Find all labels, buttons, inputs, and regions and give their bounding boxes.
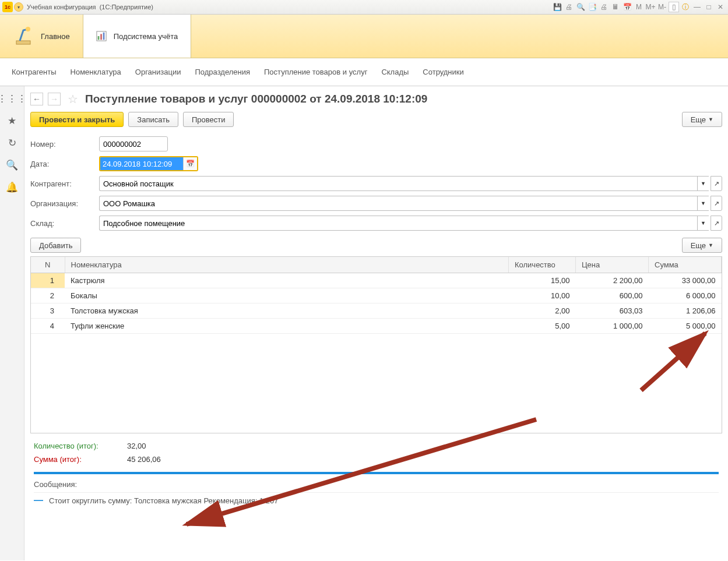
- help-icon[interactable]: ⓘ: [680, 2, 691, 12]
- svg-point-1: [26, 27, 30, 31]
- date-picker-icon[interactable]: 📅: [183, 157, 197, 170]
- date-field[interactable]: [100, 157, 183, 170]
- back-button[interactable]: ←: [30, 93, 43, 105]
- close-icon[interactable]: ✕: [715, 2, 726, 12]
- total-qty-label: Количество (итог):: [34, 442, 127, 450]
- message-text: Стоит округлить сумму: Толстовка мужская…: [49, 496, 279, 505]
- minimize-icon[interactable]: —: [692, 2, 702, 12]
- partner-dropdown-icon[interactable]: ▼: [697, 176, 709, 191]
- warehouse-label: Склад:: [30, 219, 99, 228]
- nav-organizations[interactable]: Организации: [135, 68, 181, 76]
- nav-warehouses[interactable]: Склады: [381, 68, 409, 76]
- preview-icon[interactable]: 🔍: [575, 2, 586, 12]
- mminus-icon[interactable]: M-: [657, 2, 667, 12]
- favorite-toggle-icon[interactable]: ☆: [68, 92, 78, 106]
- post-button[interactable]: Провести: [183, 112, 234, 127]
- col-nomenclature[interactable]: Номенклатура: [65, 257, 509, 273]
- warehouse-field[interactable]: [99, 216, 697, 231]
- titlebar-right: 💾 🖨 🔍 📑 🖨 🖩 📅 M M+ M- ▯ ⓘ — □ ✕: [552, 2, 726, 12]
- post-and-close-button[interactable]: Провести и закрыть: [30, 112, 124, 127]
- compare-icon[interactable]: 📑: [587, 2, 597, 12]
- partner-field[interactable]: [99, 176, 697, 191]
- nav-nomenclature[interactable]: Номенклатура: [71, 68, 121, 76]
- nav-departments[interactable]: Подразделения: [195, 68, 250, 76]
- org-dropdown-icon[interactable]: ▼: [697, 196, 709, 211]
- tab-main[interactable]: Главное: [0, 15, 83, 58]
- table-row[interactable]: 2Бокалы10,00600,006 000,00: [31, 288, 722, 304]
- partner-open-icon[interactable]: ↗: [711, 176, 722, 191]
- cell-qty: 5,00: [509, 319, 576, 334]
- page-title: Поступление товаров и услуг 000000002 от…: [85, 93, 427, 105]
- nav-contractors[interactable]: Контрагенты: [12, 68, 57, 76]
- save-icon[interactable]: 💾: [552, 2, 562, 12]
- warehouse-open-icon[interactable]: ↗: [711, 216, 722, 231]
- cell-qty: 2,00: [509, 304, 576, 319]
- m-icon[interactable]: M: [634, 2, 644, 12]
- nav-goods-receipt[interactable]: Поступление товаров и услуг: [264, 68, 367, 76]
- notifications-bell-icon[interactable]: 🔔: [6, 181, 19, 193]
- table-row[interactable]: 3Толстовка мужская2,00603,031 206,06: [31, 304, 722, 319]
- cell-price: 2 200,00: [576, 273, 649, 288]
- table-row[interactable]: 4Туфли женские5,001 000,005 000,00: [31, 319, 722, 334]
- col-n[interactable]: N: [31, 257, 65, 273]
- cell-n: 2: [31, 288, 65, 304]
- more-label: Еще: [691, 115, 706, 124]
- table-more-button[interactable]: Еще▼: [682, 238, 722, 253]
- org-open-icon[interactable]: ↗: [711, 196, 722, 211]
- title-bar: 1c ▾ Учебная конфигурация (1С:Предприяти…: [0, 0, 728, 15]
- history-icon[interactable]: ↻: [6, 136, 19, 149]
- svg-rect-3: [97, 36, 99, 40]
- cell-price: 600,00: [576, 288, 649, 304]
- forward-button[interactable]: →: [48, 93, 61, 105]
- number-label: Номер:: [30, 140, 99, 149]
- items-table: N Номенклатура Количество Цена Сумма 1Ка…: [30, 256, 722, 433]
- col-price[interactable]: Цена: [576, 257, 649, 273]
- print-icon[interactable]: 🖨: [564, 2, 574, 12]
- add-row-button[interactable]: Добавить: [30, 238, 81, 253]
- total-qty-value: 32,00: [127, 442, 146, 450]
- tab-subsystem[interactable]: Подсистема учёта: [83, 15, 192, 58]
- cell-price: 1 000,00: [576, 319, 649, 334]
- cell-nomenclature: Бокалы: [65, 288, 509, 304]
- col-qty[interactable]: Количество: [509, 257, 576, 273]
- cell-sum: 6 000,00: [649, 288, 722, 304]
- sidebar: ⋮⋮⋮ ★ ↻ 🔍 🔔: [0, 86, 24, 560]
- favorites-star-icon[interactable]: ★: [6, 114, 19, 127]
- col-sum[interactable]: Сумма: [649, 257, 722, 273]
- org-field[interactable]: [99, 196, 697, 211]
- tab-main-label: Главное: [41, 32, 70, 41]
- table-more-label: Еще: [691, 241, 706, 250]
- print2-icon[interactable]: 🖨: [599, 2, 609, 12]
- total-sum-value: 45 206,06: [127, 455, 161, 464]
- svg-rect-5: [103, 33, 104, 40]
- desk-lamp-icon: [13, 26, 34, 47]
- date-label: Дата:: [30, 160, 99, 168]
- cell-sum: 1 206,06: [649, 304, 722, 319]
- app-dropdown-icon[interactable]: ▾: [14, 2, 23, 12]
- table-row[interactable]: 1Кастрюля15,002 200,0033 000,00: [31, 273, 722, 288]
- cell-sum: 33 000,00: [649, 273, 722, 288]
- org-label: Организация:: [30, 199, 99, 208]
- cell-nomenclature: Туфли женские: [65, 319, 509, 334]
- caret-down-icon: ▼: [708, 117, 713, 122]
- maximize-icon[interactable]: □: [704, 2, 714, 12]
- warehouse-dropdown-icon[interactable]: ▼: [697, 216, 709, 231]
- more-button[interactable]: Еще▼: [682, 112, 722, 127]
- save-button[interactable]: Записать: [128, 112, 178, 127]
- calendar-icon[interactable]: 📅: [622, 2, 632, 12]
- caret-down-icon: ▼: [708, 242, 713, 248]
- cell-qty: 15,00: [509, 273, 576, 288]
- nav-employees[interactable]: Сотрудники: [423, 68, 463, 76]
- calc-icon[interactable]: 🖩: [610, 2, 621, 12]
- total-sum-label: Сумма (итог):: [34, 455, 127, 464]
- search-icon[interactable]: 🔍: [6, 158, 19, 171]
- number-field[interactable]: [99, 136, 168, 151]
- mplus-icon[interactable]: M+: [645, 2, 656, 12]
- message-item[interactable]: — Стоит округлить сумму: Толстовка мужск…: [34, 492, 719, 508]
- apps-grid-icon[interactable]: ⋮⋮⋮: [6, 92, 19, 105]
- windows-icon[interactable]: ▯: [669, 2, 679, 12]
- separator: [34, 472, 719, 474]
- cell-sum: 5 000,00: [649, 319, 722, 334]
- date-field-wrap: 📅: [99, 156, 198, 171]
- app-logo-icon: 1c: [2, 2, 13, 12]
